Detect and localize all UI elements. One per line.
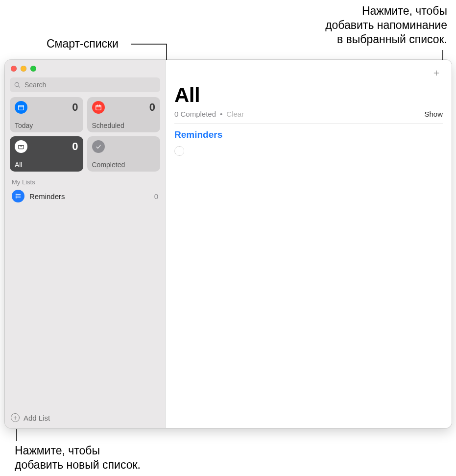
add-list-label: Add List <box>24 414 50 422</box>
inbox-icon <box>15 140 27 153</box>
zoom-button[interactable] <box>30 66 36 72</box>
checkmark-icon <box>92 140 105 153</box>
callout-text: Смарт-списки <box>47 37 119 50</box>
svg-rect-4 <box>96 105 101 110</box>
svg-point-13 <box>16 198 16 198</box>
list-row-reminders[interactable]: Reminders 0 <box>5 188 165 204</box>
minimize-button[interactable] <box>21 66 26 72</box>
main-content: All 0 Completed • Clear Show Reminders <box>166 60 452 428</box>
search-field[interactable] <box>24 80 156 89</box>
smart-list-completed[interactable]: Completed <box>87 136 161 172</box>
smart-list-scheduled[interactable]: 0 Scheduled <box>87 97 161 132</box>
smart-list-count: 0 <box>72 140 78 153</box>
svg-rect-2 <box>19 105 24 110</box>
reminder-checkbox-icon[interactable] <box>174 146 184 156</box>
svg-point-12 <box>16 196 16 196</box>
smart-list-label: Scheduled <box>92 122 156 129</box>
add-list-button[interactable]: + Add List <box>5 408 165 428</box>
list-bullet-icon <box>12 190 24 202</box>
callout-text: Нажмите, чтобы добавить напоминание в вы… <box>325 4 447 46</box>
show-button[interactable]: Show <box>424 110 443 118</box>
group-title: Reminders <box>174 124 443 144</box>
add-reminder-button[interactable] <box>430 67 443 79</box>
clear-button[interactable]: Clear <box>226 110 244 118</box>
callout-add-reminder: Нажмите, чтобы добавить напоминание в вы… <box>325 4 447 46</box>
completed-count-text: 0 Completed <box>174 110 216 118</box>
new-reminder-row[interactable] <box>174 144 443 158</box>
calendar-icon <box>92 101 105 114</box>
search-icon <box>14 81 21 88</box>
callout-text: Нажмите, чтобы добавить новый список. <box>15 444 141 472</box>
calendar-today-icon <box>15 101 27 114</box>
page-title: All <box>174 60 443 107</box>
svg-line-1 <box>19 86 20 88</box>
window-traffic-lights <box>5 60 165 75</box>
smart-list-today[interactable]: 0 Today <box>10 97 83 132</box>
smart-lists-grid: 0 Today 0 Scheduled <box>5 97 165 172</box>
smart-list-label: Completed <box>92 161 156 169</box>
smart-list-all[interactable]: 0 All <box>10 136 83 172</box>
plus-icon <box>433 68 440 78</box>
list-name: Reminders <box>29 192 149 200</box>
smart-list-count: 0 <box>72 101 78 114</box>
my-lists-header: My Lists <box>5 172 165 188</box>
callout-add-list: Нажмите, чтобы добавить новый список. <box>15 444 141 472</box>
smart-list-label: Today <box>15 122 78 129</box>
sidebar: 0 Today 0 Scheduled <box>5 60 166 428</box>
callout-smart-lists: Смарт-списки <box>47 37 119 51</box>
svg-point-11 <box>16 194 16 195</box>
smart-list-label: All <box>15 161 78 169</box>
svg-point-0 <box>15 82 19 86</box>
search-input[interactable] <box>10 77 160 92</box>
list-count: 0 <box>154 192 158 200</box>
plus-circle-icon: + <box>11 413 20 422</box>
close-button[interactable] <box>11 66 17 72</box>
app-window: 0 Today 0 Scheduled <box>5 60 452 428</box>
smart-list-count: 0 <box>149 101 155 114</box>
